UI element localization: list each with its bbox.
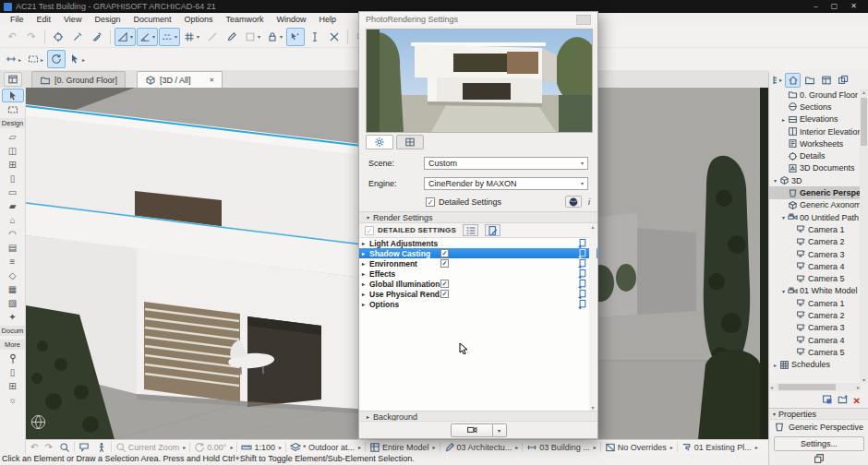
layout-book-tab[interactable]	[818, 73, 834, 88]
undo-button[interactable]: ↶	[3, 28, 21, 46]
delete-item-button[interactable]: ✕	[853, 396, 861, 406]
expand-arrow-icon[interactable]: ▸	[362, 291, 369, 297]
tree-item[interactable]: Camera 2	[769, 236, 860, 248]
menu-window[interactable]: Window	[270, 13, 312, 26]
previous-view-button[interactable]: ↶	[28, 441, 41, 454]
settings-button[interactable]: Settings...	[774, 436, 864, 451]
render-options-dropdown[interactable]: ▾	[493, 423, 507, 437]
render-setting-row[interactable]: ▸Effects	[359, 268, 597, 279]
close-button[interactable]: ✕	[850, 0, 857, 13]
tree-item[interactable]: Camera 3	[769, 248, 860, 260]
pick-up-parameters-button[interactable]	[49, 28, 67, 46]
navigator-vscrollbar[interactable]: ▴ ▾	[860, 89, 868, 383]
orientation-button[interactable]: 0.00°▸	[191, 441, 235, 454]
detailed-settings-checkbox[interactable]: ✓	[426, 197, 435, 207]
scroll-up-icon[interactable]: ▴	[591, 224, 594, 230]
checkbox[interactable]: ✓	[440, 290, 449, 298]
reset-setting-icon[interactable]	[577, 268, 587, 279]
duplicate-panel-icon[interactable]	[769, 453, 868, 464]
tree-item[interactable]: Camera 1	[769, 297, 860, 309]
close-tab-icon[interactable]: ✕	[210, 77, 215, 84]
gravity-button[interactable]: ▾	[137, 28, 158, 46]
scroll-right-icon[interactable]: ▸	[857, 384, 860, 390]
tree-item[interactable]: Interior Elevations	[769, 125, 860, 137]
dialog-scrollbar[interactable]: ▴ ▾	[589, 223, 597, 411]
minimize-button[interactable]: –	[814, 0, 817, 13]
tree-item[interactable]: Details	[769, 149, 860, 161]
menu-document[interactable]: Document	[127, 13, 177, 26]
scroll-thumb[interactable]	[861, 98, 867, 146]
engine-info-button[interactable]	[565, 196, 582, 208]
menu-help[interactable]: Help	[313, 13, 344, 26]
mesh-tool[interactable]: ▦	[2, 282, 24, 296]
zone-tool[interactable]: ▨	[2, 296, 24, 310]
reset-setting-icon[interactable]	[577, 258, 587, 268]
graphic-override-button[interactable]: No Overrides▸	[602, 441, 676, 454]
navigator-hscrollbar[interactable]: ◂ ▸	[769, 383, 861, 391]
dialog-close-button[interactable]	[576, 15, 591, 25]
expand-arrow-icon[interactable]: ▸	[362, 270, 369, 277]
beam-tool[interactable]: ▭	[2, 185, 24, 199]
expand-arrow-icon[interactable]: ▸	[362, 280, 369, 287]
reset-setting-icon[interactable]	[577, 299, 587, 309]
navigator-popup[interactable]	[771, 73, 784, 88]
menu-view[interactable]: View	[57, 13, 88, 26]
model-filter-button[interactable]: Entire Model▸	[367, 441, 439, 454]
stair-tool[interactable]: ≡	[2, 255, 24, 268]
engine-select[interactable]: CineRender by MAXON ▾	[424, 177, 588, 190]
pan-button[interactable]	[76, 441, 92, 454]
virtual-trace-button[interactable]: ▸	[3, 50, 24, 68]
tree-item[interactable]: Camera 5	[769, 346, 860, 358]
reset-setting-icon[interactable]	[577, 289, 587, 299]
menu-design[interactable]: Design	[88, 13, 127, 26]
drawing-tool[interactable]: ▯	[2, 365, 24, 379]
roof-tool[interactable]: ⌂	[2, 213, 24, 227]
window-tool[interactable]: ⊞	[2, 158, 24, 172]
new-folder-button[interactable]	[838, 394, 849, 407]
tree-item[interactable]: ▸Elevations	[769, 113, 860, 125]
start-rendering-button[interactable]	[451, 423, 493, 437]
expand-arrow-icon[interactable]: ▸	[362, 240, 369, 246]
tab-overview-button[interactable]	[4, 72, 22, 87]
guide-lines-button[interactable]: ▾	[159, 28, 180, 46]
tree-item[interactable]: Camera 3	[769, 322, 860, 334]
view-tab-inactive[interactable]: [0. Ground Floor]	[31, 71, 126, 88]
favorites-button[interactable]: ▾	[242, 28, 263, 46]
menu-options[interactable]: Options	[177, 13, 219, 26]
stretch-button[interactable]	[325, 28, 344, 46]
slab-tool[interactable]: ▰	[2, 199, 24, 213]
tree-item[interactable]: Generic Perspective	[769, 186, 860, 198]
curtain-wall-tool[interactable]: ▤	[2, 241, 24, 255]
save-current-view-button[interactable]	[822, 394, 833, 407]
tree-item[interactable]: ▾00 Untitled Path	[769, 211, 860, 223]
maximize-button[interactable]: ▢	[831, 0, 838, 13]
reset-setting-icon[interactable]	[577, 248, 587, 258]
menu-file[interactable]: File	[4, 13, 30, 26]
render-setting-row[interactable]: ▸Use Physical Rend...✓	[359, 289, 597, 299]
next-view-button[interactable]: ↷	[42, 441, 54, 454]
select-tool[interactable]	[2, 89, 24, 102]
tree-item[interactable]: Camera 4	[769, 260, 860, 272]
dialog-titlebar[interactable]: PhotoRendering Settings	[359, 12, 597, 27]
trace-reference-button[interactable]: ▸	[25, 50, 46, 68]
orbit-globe-icon[interactable]	[30, 414, 46, 434]
guide-segment-button[interactable]	[203, 28, 222, 46]
render-setting-row[interactable]: ▸Global Illumination✓	[359, 279, 597, 289]
fit-in-window-button[interactable]	[56, 441, 73, 454]
scroll-thumb[interactable]	[778, 384, 836, 390]
reset-setting-icon[interactable]	[577, 238, 587, 248]
checkbox[interactable]: ✓	[440, 280, 449, 288]
render-setting-row[interactable]: ▸Light Adjustments	[359, 238, 597, 248]
render-setting-row[interactable]: ▸Options	[359, 299, 597, 309]
tree-view-button[interactable]	[463, 224, 478, 236]
grid-tool[interactable]: ⊞	[2, 379, 24, 393]
collapse-arrow-icon[interactable]: ▾	[771, 177, 779, 184]
light-tool[interactable]: ☼	[2, 393, 24, 407]
expand-arrow-icon[interactable]: ▸	[779, 116, 788, 123]
tree-item[interactable]: Sections	[769, 101, 860, 113]
suspend-groups-button[interactable]: ▾	[264, 28, 285, 46]
menu-edit[interactable]: Edit	[30, 13, 58, 26]
snap-grid-button[interactable]: ▾	[181, 28, 202, 46]
expand-arrow-icon[interactable]: ▸	[771, 362, 779, 368]
marquee-tool[interactable]	[2, 102, 24, 116]
